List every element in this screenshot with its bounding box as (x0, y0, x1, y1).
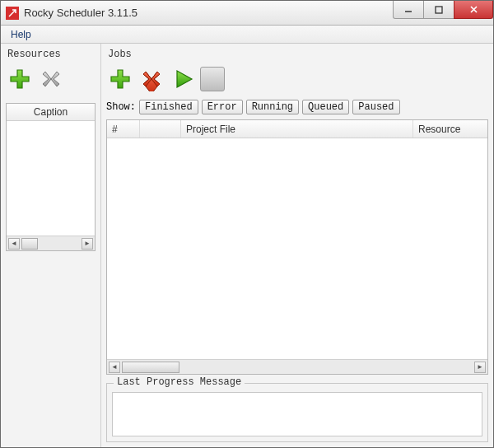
jobs-table-header: # Project File Resource (107, 120, 487, 138)
jobs-title: Jobs (106, 47, 488, 63)
delete-job-button[interactable] (137, 65, 165, 93)
scroll-track[interactable] (21, 238, 80, 250)
filter-running-button[interactable]: Running (246, 100, 299, 114)
resources-toolbar (6, 63, 96, 100)
scroll-thumb[interactable] (122, 362, 179, 373)
titlebar: Rocky Scheduler 3.11.5 (1, 1, 493, 26)
filter-error-button[interactable]: Error (202, 100, 243, 114)
close-button[interactable] (454, 1, 493, 19)
resources-title: Resources (6, 47, 96, 63)
jobs-filter-row: Show: Finished Error Running Queued Paus… (106, 100, 488, 119)
resources-hscrollbar[interactable]: ◄ ► (7, 236, 95, 250)
window-buttons (394, 1, 493, 25)
delete-resource-button[interactable] (37, 65, 65, 93)
jobs-table-body (107, 138, 487, 359)
menu-help[interactable]: Help (4, 27, 38, 42)
jobs-panel: Jobs (101, 44, 493, 447)
resources-column-caption[interactable]: Caption (7, 104, 95, 121)
jobs-hscrollbar[interactable]: ◄ ► (107, 359, 487, 374)
column-status[interactable] (140, 120, 181, 138)
column-number[interactable]: # (107, 120, 140, 138)
filter-finished-button[interactable]: Finished (139, 100, 198, 114)
maximize-button[interactable] (423, 1, 454, 19)
svg-rect-1 (436, 7, 442, 13)
scroll-thumb[interactable] (21, 238, 38, 250)
progress-message (112, 392, 482, 436)
filter-paused-button[interactable]: Paused (352, 100, 399, 114)
window-title: Rocky Scheduler 3.11.5 (24, 7, 137, 19)
jobs-toolbar (106, 63, 488, 100)
workarea: Resources Caption ◄ (1, 44, 493, 447)
scroll-right-icon[interactable]: ► (82, 238, 93, 250)
scroll-left-icon[interactable]: ◄ (109, 362, 120, 373)
column-resource[interactable]: Resource (413, 120, 487, 138)
show-label: Show: (106, 101, 136, 113)
resources-list-body (7, 121, 95, 236)
menubar: Help (1, 26, 493, 44)
app-icon (6, 7, 19, 20)
resources-list[interactable]: Caption ◄ ► (6, 103, 96, 251)
progress-group: Last Progress Message (106, 383, 488, 442)
run-job-button[interactable] (169, 65, 197, 93)
column-project-file[interactable]: Project File (181, 120, 413, 138)
add-resource-button[interactable] (6, 65, 34, 93)
scroll-track[interactable] (122, 362, 473, 373)
filter-queued-button[interactable]: Queued (302, 100, 349, 114)
stop-job-button[interactable] (200, 67, 225, 91)
resources-panel: Resources Caption ◄ (1, 44, 101, 447)
progress-title: Last Progress Message (114, 376, 245, 388)
scroll-right-icon[interactable]: ► (474, 362, 486, 373)
jobs-table[interactable]: # Project File Resource ◄ ► (106, 119, 488, 375)
scroll-left-icon[interactable]: ◄ (8, 238, 20, 250)
add-job-button[interactable] (106, 65, 134, 93)
minimize-button[interactable] (393, 1, 424, 19)
